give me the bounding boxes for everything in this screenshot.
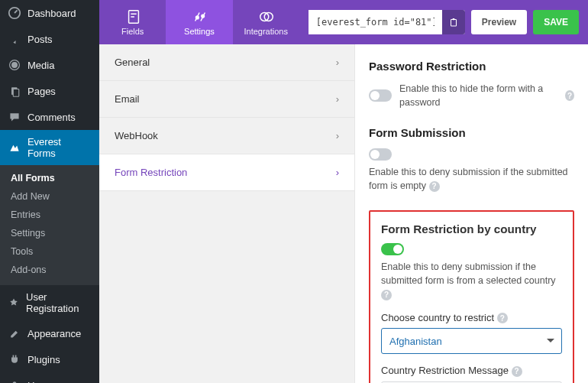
sidebar-item-dashboard[interactable]: Dashboard — [0, 0, 99, 26]
copy-shortcode-button[interactable] — [442, 10, 465, 34]
submenu-all-forms[interactable]: All Forms — [0, 169, 99, 187]
builder-tabs: Fields Settings Integrations Preview SAV… — [99, 0, 588, 44]
sidebar-label: User Registration — [26, 291, 92, 314]
svg-point-1 — [11, 62, 18, 68]
chevron-right-icon: › — [336, 167, 339, 178]
settings-panel: Password Restriction Enable this to hide… — [355, 44, 588, 383]
sidebar-label: Everest Forms — [27, 136, 92, 159]
plugins-icon — [8, 352, 21, 366]
section-title: Password Restriction — [369, 60, 574, 73]
sidebar-label: Comments — [27, 112, 76, 123]
svg-rect-12 — [452, 18, 454, 20]
sidebar-item-appearance[interactable]: Appearance — [0, 320, 99, 346]
sidebar-label: Media — [27, 60, 54, 71]
tab-fields[interactable]: Fields — [99, 0, 166, 44]
svg-rect-4 — [13, 89, 19, 96]
preview-button[interactable]: Preview — [471, 10, 527, 34]
section-title: Form Submission — [369, 126, 574, 139]
country-restriction-toggle[interactable] — [381, 243, 404, 255]
media-icon — [8, 58, 21, 72]
submenu-add-new[interactable]: Add New — [0, 187, 99, 206]
everest-forms-submenu: All Forms Add New Entries Settings Tools… — [0, 165, 99, 285]
chevron-right-icon: › — [336, 130, 339, 141]
section-title: Form Restriction by country — [381, 222, 562, 235]
users-icon — [8, 378, 21, 383]
sidebar-label: Dashboard — [27, 8, 76, 19]
submenu-entries[interactable]: Entries — [0, 206, 99, 224]
help-icon[interactable]: ? — [381, 290, 392, 300]
save-button[interactable]: SAVE — [533, 10, 579, 34]
field-label: Choose country to restrict — [381, 312, 494, 323]
settings-icon — [192, 8, 207, 24]
country-restriction-section: Form Restriction by country Enable this … — [369, 210, 574, 384]
shortcode-input[interactable] — [309, 10, 442, 34]
sidebar-item-posts[interactable]: Posts — [0, 26, 99, 52]
tab-label: Integrations — [244, 27, 287, 36]
settings-nav-label: Form Restriction — [115, 167, 187, 178]
tab-integrations[interactable]: Integrations — [233, 0, 299, 44]
settings-nav-form-restriction[interactable]: Form Restriction › — [99, 154, 354, 191]
wp-admin-sidebar: Dashboard Posts Media Pages Comments Eve… — [0, 0, 99, 383]
dashboard-icon — [8, 6, 21, 20]
settings-nav: General › Email › WebHook › Form Restric… — [99, 44, 355, 383]
svg-rect-11 — [451, 20, 456, 26]
submenu-settings[interactable]: Settings — [0, 224, 99, 242]
comments-icon — [8, 110, 21, 124]
appearance-icon — [8, 326, 21, 340]
help-icon[interactable]: ? — [565, 90, 574, 101]
tab-label: Settings — [184, 27, 215, 36]
settings-nav-webhook[interactable]: WebHook › — [99, 118, 354, 154]
pages-icon — [8, 84, 21, 98]
field-label: Country Restriction Message — [381, 365, 509, 376]
password-restriction-section: Password Restriction Enable this to hide… — [369, 60, 574, 109]
sidebar-item-comments[interactable]: Comments — [0, 104, 99, 130]
sidebar-item-media[interactable]: Media — [0, 52, 99, 78]
sidebar-item-plugins[interactable]: Plugins — [0, 346, 99, 372]
sidebar-item-pages[interactable]: Pages — [0, 78, 99, 104]
svg-point-7 — [195, 16, 199, 19]
integrations-icon — [258, 8, 273, 24]
password-restriction-toggle[interactable] — [369, 89, 392, 102]
help-text: Enable this to hide the form with a pass… — [399, 82, 557, 109]
settings-nav-general[interactable]: General › — [99, 44, 354, 81]
settings-nav-label: Email — [115, 93, 140, 105]
pin-icon — [8, 32, 21, 46]
help-icon[interactable]: ? — [512, 366, 522, 377]
sidebar-label: Pages — [27, 86, 56, 97]
help-text: Enable this to deny submission if the su… — [369, 167, 568, 191]
country-select[interactable]: Afghanistan — [381, 328, 562, 354]
sidebar-label: Posts — [27, 34, 53, 45]
svg-point-8 — [202, 15, 205, 18]
submenu-addons[interactable]: Add-ons — [0, 261, 99, 279]
sidebar-item-everest-forms[interactable]: Everest Forms — [0, 130, 99, 165]
form-submission-section: Form Submission Enable this to deny subm… — [369, 126, 574, 193]
help-text: Enable this to deny submission if the su… — [381, 261, 556, 286]
clipboard-icon — [448, 17, 459, 28]
shortcode-display — [309, 10, 465, 34]
user-registration-icon — [8, 296, 20, 310]
submenu-tools[interactable]: Tools — [0, 242, 99, 261]
settings-nav-label: WebHook — [115, 130, 158, 141]
sidebar-item-user-registration[interactable]: User Registration — [0, 285, 99, 320]
sidebar-label: Users — [27, 380, 53, 384]
sidebar-label: Plugins — [27, 354, 60, 365]
settings-nav-email[interactable]: Email › — [99, 81, 354, 118]
tab-label: Fields — [121, 27, 144, 36]
chevron-right-icon: › — [336, 93, 339, 105]
fields-icon — [125, 8, 141, 24]
help-icon[interactable]: ? — [497, 313, 508, 323]
chevron-right-icon: › — [336, 57, 339, 68]
help-icon[interactable]: ? — [429, 181, 440, 192]
sidebar-item-users[interactable]: Users — [0, 372, 99, 383]
sidebar-label: Appearance — [27, 328, 81, 339]
tab-settings[interactable]: Settings — [166, 0, 232, 44]
settings-nav-label: General — [115, 57, 150, 68]
form-submission-toggle[interactable] — [369, 148, 392, 161]
everest-forms-icon — [8, 141, 21, 154]
